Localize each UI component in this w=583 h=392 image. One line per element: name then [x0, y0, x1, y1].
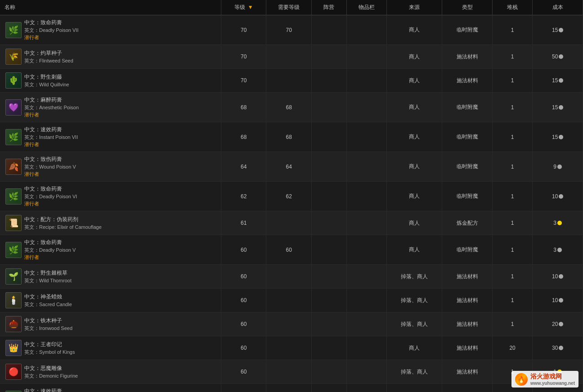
item-cost: 15	[533, 93, 583, 122]
item-class: 潜行者	[24, 111, 79, 118]
item-level: 60	[221, 235, 266, 265]
table-row[interactable]: 📜中文：配方：伪装药剂英文：Recipe: Elixir of Camoufla…	[0, 211, 583, 235]
item-cost: 9	[533, 152, 583, 182]
table-row[interactable]: 🕯️中文：神圣蜡烛英文：Sacred Candle60掉落、商人施法材料110	[0, 289, 583, 312]
cost-value: 15	[552, 77, 558, 84]
col-slot[interactable]: 物品栏	[347, 0, 387, 15]
item-source: 商人	[387, 93, 442, 122]
item-cost: 10	[533, 182, 583, 211]
item-req-level	[266, 45, 312, 69]
col-cost[interactable]: 成本	[533, 0, 583, 15]
item-type: 临时附魔	[442, 152, 493, 182]
item-icon: 🌿	[5, 242, 22, 258]
table-row[interactable]: 🌿中文：速效药膏英文：Instant Poison VI潜行者6060商人临时附…	[0, 384, 583, 392]
col-faction[interactable]: 阵营	[311, 0, 346, 15]
item-source: 掉落、商人	[387, 360, 442, 384]
item-name-cell: 🌰中文：铁木种子英文：Ironwood Seed	[0, 312, 221, 336]
item-slot	[347, 152, 387, 182]
item-req-level: 70	[266, 15, 312, 45]
item-type: 临时附魔	[442, 122, 493, 152]
table-row[interactable]: 🌰中文：铁木种子英文：Ironwood Seed60掉落、商人施法材料120	[0, 312, 583, 336]
col-req-level[interactable]: 需要等级	[266, 0, 312, 15]
item-slot	[347, 265, 387, 289]
item-level: 62	[221, 182, 266, 211]
item-en-name: 英文：Symbol of Kings	[24, 349, 75, 356]
item-en-name: 英文：Deadly Poison VII	[24, 27, 78, 34]
item-en-name: 英文：Flintweed Seed	[24, 58, 73, 64]
item-source: 商人	[387, 69, 442, 93]
item-slot	[347, 289, 387, 312]
item-source: 掉落、商人	[387, 265, 442, 289]
item-icon: 🌾	[5, 49, 22, 65]
silver-coin-icon	[559, 194, 563, 199]
item-stack: 1	[492, 122, 532, 152]
item-req-level	[266, 69, 312, 93]
item-source: 商人	[387, 336, 442, 360]
item-faction	[311, 122, 346, 152]
item-cn-name: 中文：速效药膏	[24, 126, 78, 134]
item-name-cell: 🌿中文：速效药膏英文：Instant Poison VII潜行者	[0, 122, 221, 152]
item-type: 临时附魔	[442, 93, 493, 122]
item-en-name: 英文：Recipe: Elixir of Camouflage	[24, 224, 102, 231]
item-stack: 1	[492, 69, 532, 93]
item-icon: 🌰	[5, 316, 22, 332]
item-cn-name: 中文：致命药膏	[24, 239, 76, 246]
item-req-level	[266, 336, 312, 360]
gold-coin-icon	[557, 221, 562, 225]
item-name-cell: 🌿中文：致命药膏英文：Deadly Poison VII潜行者	[0, 15, 221, 45]
item-req-level	[266, 289, 312, 312]
table-row[interactable]: 🌿中文：致命药膏英文：Deadly Poison VI潜行者6262商人临时附魔…	[0, 182, 583, 211]
table-row[interactable]: 🌿中文：致命药膏英文：Deadly Poison VII潜行者7070商人临时附…	[0, 15, 583, 45]
col-type[interactable]: 类型	[442, 0, 493, 15]
item-req-level	[266, 211, 312, 235]
item-type: 炼金配方	[442, 211, 493, 235]
silver-coin-icon	[559, 28, 563, 32]
table-row[interactable]: 🌿中文：速效药膏英文：Instant Poison VII潜行者6868商人临时…	[0, 122, 583, 152]
item-icon: 🕯️	[5, 292, 22, 308]
item-name-cell: 🌿中文：致命药膏英文：Deadly Poison VI潜行者	[0, 182, 221, 211]
silver-coin-icon	[557, 248, 562, 252]
item-cn-name: 中文：速效药膏	[24, 388, 76, 392]
item-en-name: 英文：Wound Poison V	[24, 164, 76, 170]
item-class: 潜行者	[24, 171, 76, 178]
item-icon: 🌿	[5, 391, 22, 392]
col-name[interactable]: 名称	[0, 0, 221, 15]
item-cn-name: 中文：野生棘根草	[24, 269, 72, 277]
table-row[interactable]: 🌵中文：野生刺藤英文：Wild Quillvine70商人施法材料115	[0, 69, 583, 93]
col-level[interactable]: 等级 ▼	[221, 0, 266, 15]
item-faction	[311, 69, 346, 93]
item-slot	[347, 360, 387, 384]
item-faction	[311, 312, 346, 336]
item-faction	[311, 93, 346, 122]
item-stack: 1	[492, 289, 532, 312]
table-row[interactable]: 🔴中文：恶魔雕像英文：Demonic Figurine60掉落、商人施法材料11	[0, 360, 583, 384]
item-faction	[311, 360, 346, 384]
item-slot	[347, 182, 387, 211]
item-cn-name: 中文：致伤药膏	[24, 156, 76, 163]
item-type: 施法材料	[442, 336, 493, 360]
table-row[interactable]: 🌾中文：灼草种子英文：Flintweed Seed70商人施法材料150	[0, 45, 583, 69]
silver-coin-icon	[559, 274, 563, 279]
cost-value: 3	[553, 220, 556, 226]
col-source[interactable]: 来源	[387, 0, 442, 15]
item-icon: 🔴	[5, 364, 22, 380]
item-slot	[347, 15, 387, 45]
item-cost: 10	[533, 265, 583, 289]
table-row[interactable]: 🌿中文：致命药膏英文：Deadly Poison V潜行者6060商人临时附魔1…	[0, 235, 583, 265]
table-row[interactable]: 💜中文：麻醉药膏英文：Anesthetic Poison潜行者6868商人临时附…	[0, 93, 583, 122]
item-en-name: 英文：Instant Poison VII	[24, 134, 78, 141]
watermark-logo: 🔥	[515, 373, 528, 386]
table-row[interactable]: 👑中文：王者印记英文：Symbol of Kings60商人施法材料2030	[0, 336, 583, 360]
item-source: 商人	[387, 235, 442, 265]
item-type: 施法材料	[442, 265, 493, 289]
table-row[interactable]: 🌱中文：野生棘根草英文：Wild Thornroot60掉落、商人施法材料110	[0, 265, 583, 289]
col-stack[interactable]: 堆栈	[492, 0, 532, 15]
watermark: 🔥 浴火游戏网 www.yuhuowang.net	[511, 371, 579, 388]
item-name-cell: 💜中文：麻醉药膏英文：Anesthetic Poison潜行者	[0, 93, 221, 122]
item-stack: 1	[492, 152, 532, 182]
table-row[interactable]: 🍂中文：致伤药膏英文：Wound Poison V潜行者6464商人临时附魔19	[0, 152, 583, 182]
item-icon: 📜	[5, 215, 22, 231]
item-level: 60	[221, 289, 266, 312]
silver-coin-icon	[559, 105, 563, 110]
item-en-name: 英文：Anesthetic Poison	[24, 104, 79, 111]
